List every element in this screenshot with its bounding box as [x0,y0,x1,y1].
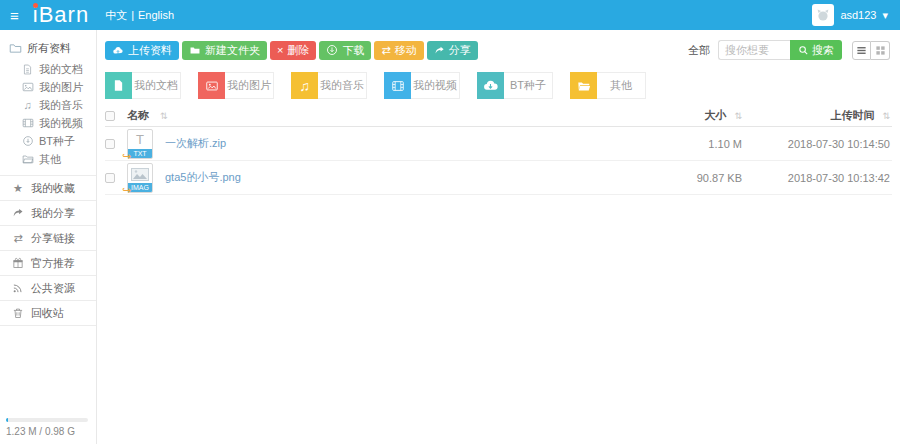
rss-icon [11,282,25,294]
name-column-header[interactable]: 名称 ⇅ [127,108,637,123]
folder-open-icon [21,153,34,165]
move-button[interactable]: ⇄ 移动 [374,41,423,60]
delete-button[interactable]: × 删除 [270,41,316,60]
card-my-documents[interactable]: 我的文档 [105,72,181,99]
shared-mark-icon: ↪ [122,151,131,162]
search-icon [798,45,809,56]
sidebar-item-label: 我的图片 [39,80,83,95]
name-header-label: 名称 [127,108,149,123]
sidebar-menu: ★ 我的收藏 我的分享 ⇄ 分享链接 官方推荐 公共资源 [0,175,96,326]
table-header-row: 名称 ⇅ 大小 ⇅ 上传时间 ⇅ [105,105,892,127]
filter-all-dropdown[interactable]: 全部 [688,43,710,58]
bt-seed-icon [21,135,34,147]
delete-button-label: 删除 [287,43,309,58]
file-name-link[interactable]: gta5的小号.png [165,170,241,185]
download-button-label: 下载 [342,43,364,58]
list-view-button[interactable] [852,41,871,60]
film-icon [384,72,411,99]
file-upload-time: 2018-07-30 10:14:50 [742,138,892,150]
user-menu[interactable]: asd123 ▾ [812,4,888,26]
close-icon: × [277,44,283,56]
card-bt-seeds[interactable]: BT种子 [477,72,553,99]
search-button[interactable]: 搜索 [790,40,842,60]
upload-cloud-icon [112,45,124,56]
sidebar-item-my-documents[interactable]: 我的文档 [0,60,96,78]
sidebar-item-label: BT种子 [39,134,75,149]
sidebar: 所有资料 我的文档 我的图片 ♫ 我的音乐 我的视频 [0,30,97,444]
top-header: ≡ iBarn 中文 | English asd123 ▾ [0,0,900,30]
thumbnail-icon [131,168,149,181]
sidebar-item-label: 我的音乐 [39,98,83,113]
folder-open-icon [570,72,597,99]
sidebar-item-label: 我的视频 [39,116,83,131]
sort-icon[interactable]: ⇅ [882,111,890,121]
caret-down-icon: ▾ [882,9,888,22]
time-column-header[interactable]: 上传时间 ⇅ [742,108,892,123]
language-switcher: 中文 | English [105,8,174,23]
lang-divider: | [131,9,134,21]
sort-icon[interactable]: ⇅ [160,111,168,121]
sidebar-item-label: 我的文档 [39,62,83,77]
file-table: 名称 ⇅ 大小 ⇅ 上传时间 ⇅ T TXT ↪ 一次解析. [105,105,892,195]
sort-icon[interactable]: ⇅ [734,111,742,121]
row-checkbox[interactable] [105,173,115,183]
cloud-download-icon [477,72,504,99]
sidebar-item-public-resources[interactable]: 公共资源 [0,275,96,300]
sidebar-item-my-videos[interactable]: 我的视频 [0,114,96,132]
app-logo[interactable]: iBarn [33,1,89,29]
table-row: T TXT ↪ 一次解析.zip 1.10 M 2018-07-30 10:14… [105,127,892,161]
search-input[interactable] [718,40,790,60]
sidebar-item-my-shares[interactable]: 我的分享 [0,200,96,225]
share-arrow-icon [434,45,445,56]
card-my-videos[interactable]: 我的视频 [384,72,460,99]
sidebar-item-recycle-bin[interactable]: 回收站 [0,300,96,325]
card-my-music[interactable]: ♫ 我的音乐 [291,72,367,99]
sidebar-item-other[interactable]: 其他 [0,150,96,168]
storage-usage: 1.23 M / 0.98 G [6,418,88,437]
sidebar-item-all-files[interactable]: 所有资料 [0,30,96,60]
toolbar: 上传资料 新建文件夹 × 删除 下载 ⇄ 移动 分享 全部 [105,40,890,60]
lang-zh-link[interactable]: 中文 [105,8,127,23]
sidebar-item-official-picks[interactable]: 官方推荐 [0,250,96,275]
image-icon [21,81,34,93]
hamburger-icon[interactable]: ≡ [10,8,19,23]
category-cards: 我的文档 我的图片 ♫ 我的音乐 我的视频 BT种子 [105,72,646,99]
sidebar-item-label: 回收站 [31,306,64,321]
new-folder-button[interactable]: 新建文件夹 [182,41,267,60]
size-column-header[interactable]: 大小 ⇅ [637,108,742,123]
upload-button[interactable]: 上传资料 [105,41,179,60]
main-content: 上传资料 新建文件夹 × 删除 下载 ⇄ 移动 分享 全部 [97,30,900,444]
document-icon [105,72,132,99]
file-type-badge: TXT [128,149,152,158]
lang-en-link[interactable]: English [138,9,174,21]
grid-view-button[interactable] [871,41,890,60]
select-all-checkbox[interactable] [105,111,115,121]
sidebar-item-my-pictures[interactable]: 我的图片 [0,78,96,96]
folder-icon [9,42,22,55]
file-size: 1.10 M [637,138,742,150]
sidebar-item-label: 我的收藏 [31,181,75,196]
sidebar-item-bt-seeds[interactable]: BT种子 [0,132,96,150]
sidebar-item-share-links[interactable]: ⇄ 分享链接 [0,225,96,250]
file-name-link[interactable]: 一次解析.zip [165,136,226,151]
share-button-label: 分享 [449,43,471,58]
sidebar-item-label: 我的分享 [31,206,75,221]
sidebar-item-my-favorites[interactable]: ★ 我的收藏 [0,175,96,200]
table-row: IMAG ↪ gta5的小号.png 90.87 KB 2018-07-30 1… [105,161,892,195]
row-checkbox[interactable] [105,139,115,149]
gift-icon [11,257,25,269]
sidebar-categories: 我的文档 我的图片 ♫ 我的音乐 我的视频 BT种子 [0,60,96,168]
document-icon [21,64,34,75]
avatar [812,4,834,26]
storage-progress-bar [6,418,88,422]
share-button[interactable]: 分享 [427,41,478,60]
sidebar-item-my-music[interactable]: ♫ 我的音乐 [0,96,96,114]
share-icon [11,207,25,219]
card-other[interactable]: 其他 [570,72,646,99]
move-arrows-icon: ⇄ [381,44,390,57]
download-button[interactable]: 下载 [319,41,371,60]
card-my-pictures[interactable]: 我的图片 [198,72,274,99]
sidebar-item-label: 公共资源 [31,281,75,296]
image-icon [198,72,225,99]
card-label: 其他 [597,78,645,93]
